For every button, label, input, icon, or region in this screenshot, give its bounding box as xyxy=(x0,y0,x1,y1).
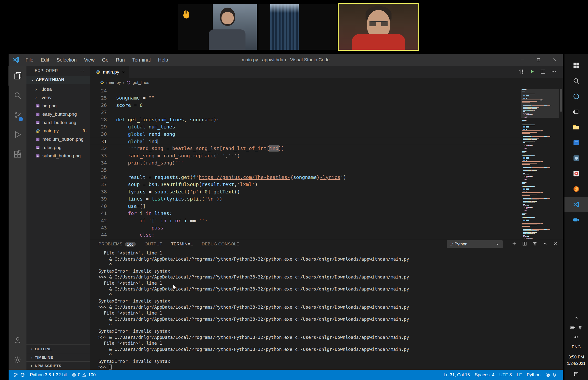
split-editor-button[interactable] xyxy=(540,69,546,75)
video-tile-participant-1[interactable] xyxy=(178,4,257,50)
indentation-status[interactable]: Spaces: 4 xyxy=(472,370,497,380)
editor-scrollbar[interactable] xyxy=(559,87,563,239)
language-indicator[interactable]: ENG xyxy=(572,342,581,353)
task-view-button[interactable] xyxy=(565,104,588,119)
kill-terminal-button[interactable] xyxy=(532,241,537,247)
terminal-output[interactable]: File "<stdin>", line 1 & C:/Users/dnlgr/… xyxy=(90,249,563,370)
close-panel-button[interactable] xyxy=(553,241,558,247)
code-line-43[interactable]: 43 pass xyxy=(90,224,521,231)
vscode-taskbar-button[interactable] xyxy=(565,197,588,212)
file-rules.png[interactable]: rules.png xyxy=(26,143,90,152)
mail-app-button[interactable] xyxy=(565,135,588,150)
add-terminal-button[interactable] xyxy=(512,241,517,247)
file-hard_button.png[interactable]: hard_button.png xyxy=(26,118,90,127)
status-left-indicators[interactable] xyxy=(11,370,27,380)
menu-selection[interactable]: Selection xyxy=(53,54,80,66)
media-app-button[interactable] xyxy=(565,150,588,166)
code-line-30[interactable]: 30 global rand_song xyxy=(90,131,521,138)
menu-run[interactable]: Run xyxy=(112,54,129,66)
code-line-33[interactable]: 33 rand_song = rand_song.replace(' ','-'… xyxy=(90,152,521,159)
panel-tab-debug-console[interactable]: DEBUG CONSOLE xyxy=(202,239,239,249)
maximize-button[interactable] xyxy=(530,54,547,66)
close-tab-icon[interactable] xyxy=(122,70,125,74)
file-main.py[interactable]: main.py9+ xyxy=(26,127,90,135)
code-line-37[interactable]: 37 soup = bs4.BeautifulSoup(result.text,… xyxy=(90,181,521,188)
file-easy_button.png[interactable]: easy_button.png xyxy=(26,110,90,118)
file-.idea[interactable]: ›.idea xyxy=(26,85,90,94)
section-outline[interactable]: ›OUTLINE xyxy=(26,345,90,353)
video-tile-participant-2[interactable] xyxy=(258,4,337,50)
menu-terminal[interactable]: Terminal xyxy=(128,54,154,66)
tab-main-py[interactable]: main.py xyxy=(90,66,129,78)
code-line-24[interactable]: 24 xyxy=(90,87,521,95)
cursor-position-status[interactable]: Ln 31, Col 15 xyxy=(441,370,472,380)
panel-tab-terminal[interactable]: TERMINAL xyxy=(171,239,193,249)
menu-help[interactable]: Help xyxy=(154,54,172,66)
minimap-slider[interactable] xyxy=(521,89,559,118)
encoding-status[interactable]: UTF-8 xyxy=(497,370,514,380)
start-button[interactable] xyxy=(565,57,588,73)
breadcrumb[interactable]: main.py › get_lines xyxy=(90,78,563,87)
settings-gear-button[interactable] xyxy=(9,350,26,370)
section-npm-scripts[interactable]: ›NPM SCRIPTS xyxy=(26,361,90,370)
status-right-indicators[interactable] xyxy=(543,370,559,380)
title-bar[interactable]: FileEditSelectionViewGoRunTerminalHelp m… xyxy=(9,54,563,66)
file-submit_button.png[interactable]: submit_button.png xyxy=(26,152,90,160)
code-line-38[interactable]: 38 lyrics = soup.select('p')[0].getText(… xyxy=(90,188,521,195)
tray-status-icons[interactable] xyxy=(570,323,583,332)
menu-go[interactable]: Go xyxy=(98,54,112,66)
problems-status[interactable]: 0 100 xyxy=(69,370,98,380)
maximize-panel-button[interactable] xyxy=(543,241,548,247)
video-tile-participant-3[interactable] xyxy=(339,4,418,50)
code-line-42[interactable]: 42 if '[' in i or i == '': xyxy=(90,217,521,224)
eol-status[interactable]: LF xyxy=(514,370,524,380)
section-timeline[interactable]: ›TIMELINE xyxy=(26,353,90,361)
code-editor[interactable]: 2425songname = ""26score = 02728def get_… xyxy=(90,87,563,239)
code-line-25[interactable]: 25songname = "" xyxy=(90,95,521,101)
cortana-button[interactable] xyxy=(565,89,588,104)
search-button[interactable] xyxy=(9,86,26,105)
split-terminal-button[interactable] xyxy=(522,241,527,247)
code-line-29[interactable]: 29 global num_lines xyxy=(90,123,521,131)
source-control-button[interactable] xyxy=(9,105,26,125)
menu-edit[interactable]: Edit xyxy=(37,54,53,66)
code-line-44[interactable]: 44 else: xyxy=(90,231,521,239)
language-mode-status[interactable]: Python xyxy=(524,370,543,380)
panel-tab-problems[interactable]: PROBLEMS100 xyxy=(98,239,136,249)
code-line-35[interactable]: 35 xyxy=(90,167,521,174)
firefox-button[interactable] xyxy=(565,181,588,197)
code-line-26[interactable]: 26score = 0 xyxy=(90,102,521,109)
file-explorer-button[interactable] xyxy=(565,119,588,135)
photos-app-button[interactable] xyxy=(565,166,588,181)
explorer-more-actions-icon[interactable]: ⋯ xyxy=(79,68,85,74)
code-line-40[interactable]: 40 use=[] xyxy=(90,203,521,210)
compare-button[interactable] xyxy=(519,69,524,75)
folder-root[interactable]: ⌄ APPWITHDAN xyxy=(26,76,90,84)
show-hidden-icons-button[interactable] xyxy=(565,313,588,323)
terminal-shell-select[interactable]: 1: Python xyxy=(447,241,502,248)
code-line-27[interactable]: 27 xyxy=(90,109,521,116)
code-line-34[interactable]: 34 print(rand_song)""" xyxy=(90,159,521,167)
run-debug-button[interactable] xyxy=(9,125,26,144)
menu-view[interactable]: View xyxy=(80,54,98,66)
account-button[interactable] xyxy=(9,330,26,350)
panel-tab-output[interactable]: OUTPUT xyxy=(144,239,162,249)
run-button[interactable] xyxy=(529,69,535,75)
code-line-31[interactable]: 31 global ind xyxy=(90,138,521,145)
code-line-32[interactable]: 32 """rand_song = beatles_song_lst[rand_… xyxy=(90,145,521,152)
taskbar-search-button[interactable] xyxy=(565,73,588,89)
close-button[interactable] xyxy=(547,54,563,66)
code-line-28[interactable]: 28def get_lines(num_lines, songname): xyxy=(90,116,521,123)
more-actions-button[interactable] xyxy=(551,69,556,75)
notification-center-button[interactable] xyxy=(565,369,588,379)
python-interpreter-status[interactable]: Python 3.8.1 32-bit xyxy=(27,370,69,380)
menu-file[interactable]: File xyxy=(22,54,37,66)
minimize-button[interactable] xyxy=(514,54,530,66)
camera-app-button[interactable] xyxy=(565,212,588,228)
file-venv[interactable]: ›venv xyxy=(26,94,90,102)
code-line-39[interactable]: 39 lines = list(lyrics.split('\n')) xyxy=(90,195,521,203)
file-medium_button.png[interactable]: medium_button.png xyxy=(26,135,90,143)
file-bg.png[interactable]: bg.png xyxy=(26,102,90,110)
extensions-button[interactable] xyxy=(9,144,26,164)
volume-button[interactable] xyxy=(565,332,588,342)
